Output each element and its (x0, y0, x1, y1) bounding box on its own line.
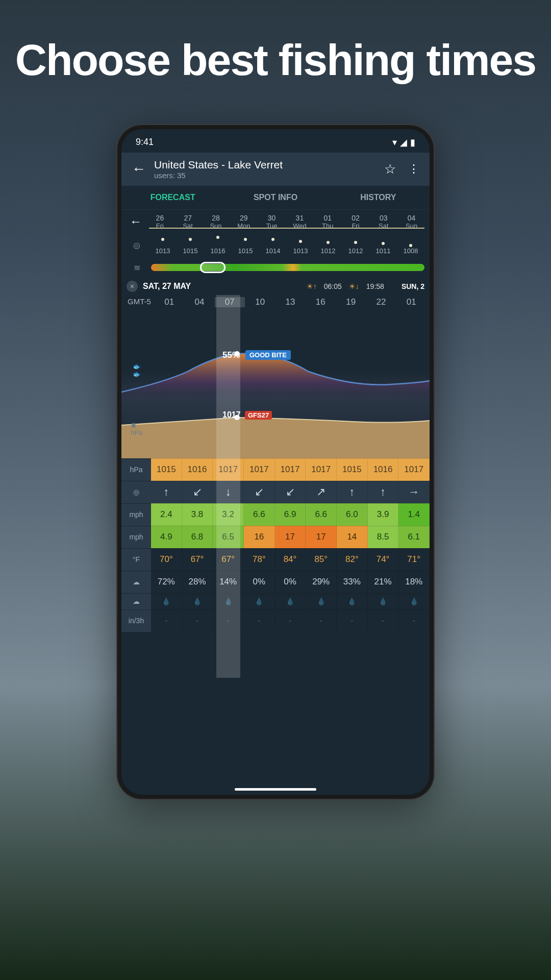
close-date-button[interactable]: × (127, 281, 138, 292)
gust-cell: 14 (337, 526, 368, 548)
status-bar: 9:41 ▾ ◢ ▮ (121, 132, 430, 153)
drop-icon: 💧 (306, 593, 337, 609)
drop-icon: 💧 (368, 593, 399, 609)
drop-icon: 💧 (182, 593, 213, 609)
hpa-cell: 1017 (275, 458, 306, 481)
row-label: mph (121, 526, 151, 548)
gust-cell: 6.5 (213, 526, 244, 548)
row-cloud: ☁ 72% 28% 14% 0% 0% 29% 33% 21% 18% (121, 571, 430, 593)
tab-history[interactable]: HISTORY (327, 186, 430, 209)
wind-icon: ≋ (134, 263, 140, 273)
wind-cell: 3.8 (182, 503, 213, 526)
status-time: 9:41 (136, 137, 154, 148)
row-precip: in/3h - - - - - - - - - (121, 609, 430, 632)
date-bar: × SAT, 27 MAY ☀↑ 06:05 ☀↓ 19:58 SUN, 2 (121, 277, 430, 294)
hpa-cell: 1017 (244, 458, 275, 481)
cloud-cell: 0% (244, 571, 275, 593)
hour-cell[interactable]: 01 (154, 297, 184, 307)
hour-cell[interactable]: 19 (336, 297, 366, 307)
sparkline-line (149, 228, 424, 229)
hour-cell[interactable]: 13 (275, 297, 305, 307)
hour-cell[interactable]: 10 (245, 297, 275, 307)
cloud-cell: 72% (151, 571, 182, 593)
location-title: United States - Lake Verret (154, 159, 376, 171)
selected-date: SAT, 27 MAY (143, 282, 191, 291)
day-selector[interactable]: ← 26Fri 27Sat 28Sun 29Mon 30Tue 31Wed 01… (121, 210, 430, 234)
row-temp: °F 70° 67° 67° 78° 84° 85° 82° 74° 71° (121, 548, 430, 571)
hour-cell[interactable]: 01 (396, 297, 427, 307)
temp-cell: 82° (337, 548, 368, 571)
precip-cell: - (244, 609, 275, 632)
precip-cell: - (213, 609, 244, 632)
next-date: SUN, 2 (402, 282, 424, 290)
hour-cell[interactable]: 22 (366, 297, 396, 307)
hour-row[interactable]: GMT-5 01 04 07 10 13 16 19 22 01 (121, 294, 430, 310)
dir-cell: ↓ (213, 481, 244, 503)
time-slider[interactable] (200, 262, 226, 273)
gust-cell: 6.8 (182, 526, 213, 548)
pressure-value: 1017 (222, 410, 241, 420)
gust-cell: 17 (306, 526, 337, 548)
wind-bar[interactable] (151, 264, 424, 271)
row-hpa: hPa 1015 1016 1017 1017 1017 1017 1015 1… (121, 458, 430, 481)
temp-cell: 67° (182, 548, 213, 571)
row-wind-dir: ◎ ↑ ↙ ↓ ↙ ↙ ↗ ↑ ↑ → (121, 481, 430, 503)
hpa-cell: 1017 (398, 458, 430, 481)
wind-cell: 3.2 (213, 503, 244, 526)
home-indicator[interactable] (235, 788, 316, 791)
cloud-cell: 21% (368, 571, 399, 593)
temp-icon: °F (121, 548, 151, 571)
row-label: in/3h (121, 609, 151, 632)
wind-timeline[interactable]: ≋ (121, 259, 430, 277)
tab-forecast[interactable]: FORECAST (121, 186, 224, 209)
fish-icon: 🐟🐟 (133, 362, 141, 378)
precip-cell: - (151, 609, 182, 632)
row-gust: mph 4.9 6.8 6.5 16 17 17 14 8.5 6.1 (121, 526, 430, 548)
more-icon[interactable]: ⋮ (408, 162, 419, 176)
hour-cell[interactable]: 16 (306, 297, 336, 307)
row-wind: mph 2.4 3.8 3.2 6.6 6.9 6.6 6.0 3.9 1.4 (121, 503, 430, 526)
dir-cell: ↗ (306, 481, 337, 503)
sunset-icon: ☀↓ (349, 282, 359, 290)
wind-cell: 1.4 (398, 503, 430, 526)
precip-cell: - (337, 609, 368, 632)
tab-spot-info[interactable]: SPOT INFO (224, 186, 327, 209)
location-users: users: 35 (154, 171, 376, 180)
precip-cell: - (275, 609, 306, 632)
webcam-icon: ◎ (133, 240, 140, 250)
app-header: ← United States - Lake Verret users: 35 … (121, 153, 430, 186)
row-label: hPa (121, 458, 151, 481)
wind-cell: 6.6 (244, 503, 275, 526)
temp-cell: 70° (151, 548, 182, 571)
dir-cell: ↑ (368, 481, 399, 503)
back-button[interactable]: ← (132, 161, 146, 177)
hour-cell[interactable]: 07 (215, 297, 245, 307)
dir-cell: ↑ (151, 481, 182, 503)
drop-icon: 💧 (151, 593, 182, 609)
headline: Choose best fishing times (15, 36, 536, 84)
precip-cell: - (398, 609, 430, 632)
sunrise-icon: ☀↑ (307, 282, 317, 290)
drop-icon: 💧 (213, 593, 244, 609)
wind-cell: 2.4 (151, 503, 182, 526)
dir-cell: ↙ (275, 481, 306, 503)
phone-frame: 9:41 ▾ ◢ ▮ ← United States - Lake Verret… (117, 125, 434, 799)
wind-cell: 3.9 (368, 503, 399, 526)
sunset-time: 19:58 (366, 282, 384, 290)
sunrise-time: 06:05 (324, 282, 342, 290)
cloud-cell: 0% (275, 571, 306, 593)
gust-cell: 17 (275, 526, 306, 548)
star-icon[interactable]: ☆ (384, 161, 396, 177)
hour-cell[interactable]: 04 (184, 297, 214, 307)
temp-cell: 85° (306, 548, 337, 571)
pressure-gauge-icon: ◉hPa (131, 421, 142, 436)
forecast-chart[interactable]: 🐟🐟 ◉hPa 55% GOOD BITE (121, 310, 430, 458)
hpa-cell: 1016 (182, 458, 213, 481)
cloud-cell: 14% (213, 571, 244, 593)
temp-cell: 84° (275, 548, 306, 571)
wifi-icon: ▾ (392, 137, 397, 148)
day-prev-button[interactable]: ← (127, 214, 145, 229)
temp-cell: 71° (398, 548, 430, 571)
compass-icon: ◎ (121, 481, 151, 503)
temp-cell: 74° (368, 548, 399, 571)
